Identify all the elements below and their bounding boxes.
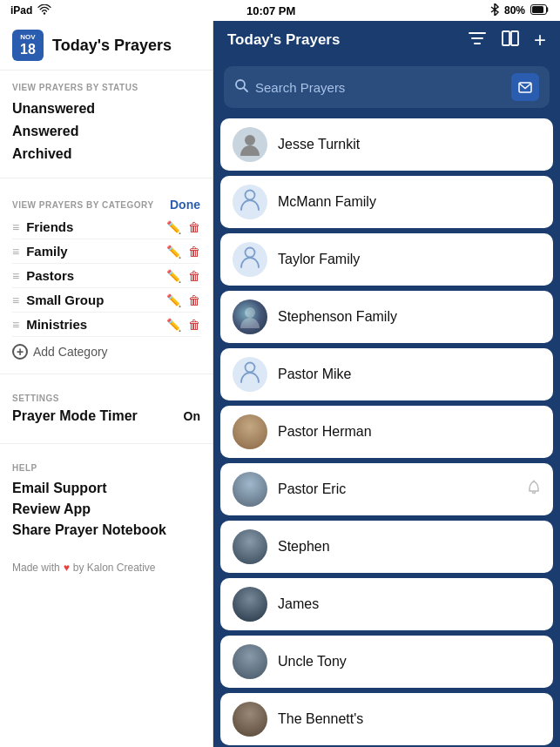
svg-point-11 <box>245 135 255 145</box>
prayer-name-pastor-mike: Pastor Mike <box>278 367 541 382</box>
category-name-small-group: Small Group <box>26 293 159 307</box>
email-support-button[interactable]: Email Support <box>12 478 200 499</box>
drag-handle-pastors: ≡ <box>12 269 19 283</box>
svg-rect-2 <box>532 6 543 13</box>
sidebar-footer: Made with ♥ by Kalon Creative <box>0 553 213 582</box>
svg-point-14 <box>245 307 255 318</box>
sidebar: NOV 18 Today's Prayers VIEW PRAYERS BY S… <box>0 21 213 747</box>
avatar-pastor-eric <box>233 472 267 507</box>
category-list: ≡ Friends ✏️ 🗑 ≡ Family ✏️ 🗑 ≡ Pastors ✏… <box>0 215 213 337</box>
prayer-item-uncle-tony[interactable]: Uncle Tony <box>220 636 553 688</box>
avatar-bennett <box>233 702 267 737</box>
delete-pastors-icon[interactable]: 🗑 <box>188 269 200 283</box>
category-row-family: ≡ Family ✏️ 🗑 <box>12 239 200 264</box>
timer-row: Prayer Mode Timer On <box>12 408 200 424</box>
prayer-item-bennett[interactable]: The Bennett's <box>220 693 553 745</box>
category-done-button[interactable]: Done <box>170 198 200 212</box>
prayer-name-pastor-eric: Pastor Eric <box>278 481 516 497</box>
by-label: by Kalon Creative <box>73 562 156 574</box>
edit-ministries-icon[interactable]: ✏️ <box>166 318 181 332</box>
calendar-day: 18 <box>20 42 36 57</box>
sidebar-item-answered[interactable]: Answered <box>12 120 200 143</box>
status-bar-left: iPad <box>10 4 51 17</box>
svg-point-13 <box>246 248 255 258</box>
search-icon <box>234 78 248 96</box>
svg-line-9 <box>244 88 247 91</box>
prayer-list: Jesse Turnkit McMann Family <box>213 115 560 747</box>
prayer-name-bennett: The Bennett's <box>278 711 541 727</box>
person-icon-pastor-mike <box>240 360 260 388</box>
sidebar-item-archived[interactable]: Archived <box>12 143 200 165</box>
search-placeholder[interactable]: Search Prayers <box>255 80 504 95</box>
share-notebook-button[interactable]: Share Prayer Notebook <box>12 520 200 541</box>
review-app-button[interactable]: Review App <box>12 499 200 520</box>
prayer-name-stephen: Stephen <box>278 539 541 555</box>
drag-handle-friends: ≡ <box>12 220 19 234</box>
help-label: HELP <box>12 463 200 473</box>
prayer-item-pastor-mike[interactable]: Pastor Mike <box>220 348 553 400</box>
avatar-mcmann-family <box>233 185 267 219</box>
prayer-item-stephen[interactable]: Stephen <box>220 521 553 573</box>
divider-2 <box>0 374 213 374</box>
category-name-pastors: Pastors <box>26 268 159 283</box>
status-bar-right: 80% <box>490 3 550 18</box>
wifi-icon <box>37 4 51 17</box>
heart-icon: ♥ <box>64 562 70 574</box>
prayer-item-pastor-eric[interactable]: Pastor Eric <box>220 463 553 515</box>
bluetooth-icon <box>490 3 499 18</box>
edit-friends-icon[interactable]: ✏️ <box>166 220 181 234</box>
category-name-friends: Friends <box>26 219 159 234</box>
sidebar-item-unanswered[interactable]: Unanswered <box>12 98 200 120</box>
add-category-button[interactable]: + Add Category <box>0 337 213 367</box>
sidebar-header: NOV 18 Today's Prayers <box>0 21 213 71</box>
delete-small-group-icon[interactable]: 🗑 <box>188 293 200 307</box>
device-label: iPad <box>10 4 32 17</box>
edit-pastors-icon[interactable]: ✏️ <box>166 269 181 283</box>
prayer-item-jesse-turnkit[interactable]: Jesse Turnkit <box>220 118 553 171</box>
mail-button[interactable] <box>511 73 539 101</box>
status-bar: iPad 10:07 PM 80% <box>0 0 560 21</box>
avatar-stephenson-family <box>233 299 267 334</box>
prayer-item-stephenson-family[interactable]: Stephenson Family <box>220 291 553 343</box>
search-bar: Search Prayers <box>224 66 550 108</box>
divider-3 <box>0 443 213 444</box>
category-row-friends: ≡ Friends ✏️ 🗑 <box>12 215 200 239</box>
prayer-item-pastor-herman[interactable]: Pastor Herman <box>220 406 553 458</box>
edit-small-group-icon[interactable]: ✏️ <box>166 293 181 307</box>
drag-handle-ministries: ≡ <box>12 318 19 332</box>
divider-1 <box>0 178 213 178</box>
prayer-item-mcmann-family[interactable]: McMann Family <box>220 176 553 228</box>
calendar-month: NOV <box>20 34 35 42</box>
delete-friends-icon[interactable]: 🗑 <box>188 220 200 234</box>
delete-ministries-icon[interactable]: 🗑 <box>188 318 200 332</box>
settings-label: SETTINGS <box>12 394 200 403</box>
calendar-icon: NOV 18 <box>12 30 44 61</box>
add-category-icon: + <box>12 344 28 360</box>
prayer-name-james: James <box>278 596 541 612</box>
category-header: VIEW PRAYERS BY CATEGORY Done <box>0 185 213 215</box>
person-icon-mcmann <box>240 188 260 216</box>
filter-icon[interactable] <box>468 30 487 50</box>
category-name-family: Family <box>26 244 159 259</box>
edit-family-icon[interactable]: ✏️ <box>166 245 181 259</box>
prayer-item-james[interactable]: James <box>220 578 553 630</box>
prayer-name-taylor-family: Taylor Family <box>278 252 541 267</box>
prayer-name-stephenson-family: Stephenson Family <box>278 309 541 325</box>
right-header-title: Today's Prayers <box>227 31 340 49</box>
delete-family-icon[interactable]: 🗑 <box>188 245 200 259</box>
book-icon[interactable] <box>501 30 520 50</box>
prayer-name-mcmann-family: McMann Family <box>278 194 541 210</box>
help-section: HELP Email Support Review App Share Pray… <box>0 451 213 553</box>
drag-handle-family: ≡ <box>12 245 19 259</box>
category-row-small-group: ≡ Small Group ✏️ 🗑 <box>12 288 200 313</box>
add-prayer-icon[interactable]: + <box>534 30 546 50</box>
prayer-name-uncle-tony: Uncle Tony <box>278 654 541 670</box>
person-icon-taylor <box>240 246 260 273</box>
settings-section: SETTINGS Prayer Mode Timer On <box>0 381 213 436</box>
category-section-label: VIEW PRAYERS BY CATEGORY <box>12 200 154 210</box>
avatar-uncle-tony <box>233 644 267 679</box>
add-category-label: Add Category <box>33 345 108 359</box>
battery-icon <box>530 4 550 17</box>
prayer-name-pastor-herman: Pastor Herman <box>278 424 541 440</box>
prayer-item-taylor-family[interactable]: Taylor Family <box>220 233 553 286</box>
